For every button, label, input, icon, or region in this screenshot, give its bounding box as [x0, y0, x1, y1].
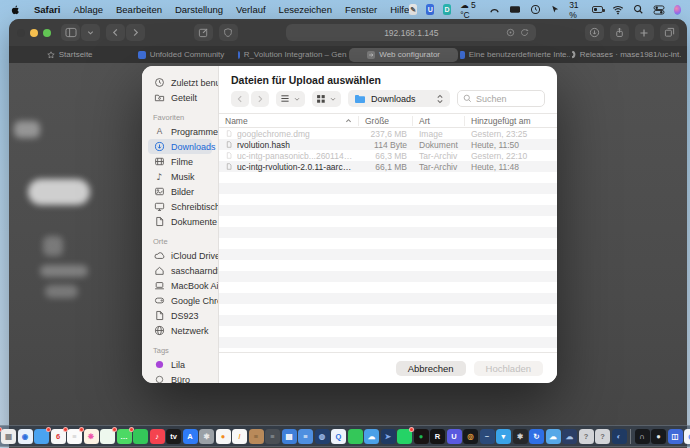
tab-unfolded-community[interactable]: Unfolded Community: [126, 48, 235, 62]
downloads-toolbar-icon[interactable]: [585, 24, 604, 41]
weather-status[interactable]: ☁ 5 °C: [460, 0, 480, 20]
dock-icon-missing-app-2[interactable]: ?: [595, 429, 610, 444]
dock-icon-ball-dark-app[interactable]: ●: [651, 429, 666, 444]
tab-releases-mase1981-uc-int[interactable]: Releases · mase1981/uc-int...: [572, 48, 681, 62]
dock-icon-safari[interactable]: ◉: [18, 429, 33, 444]
dock-icon-app-orange-dot[interactable]: ●: [216, 429, 231, 444]
reload-icon[interactable]: [520, 28, 529, 37]
dock-icon-cloud-blue-app[interactable]: ☁: [546, 429, 561, 444]
dock-icon-maps[interactable]: [100, 429, 115, 444]
sidebar-toggle-button[interactable]: [61, 24, 80, 41]
dock-icon-globe-navy-app[interactable]: ◐: [612, 429, 627, 444]
sidebar-item-lila[interactable]: Lila: [148, 357, 212, 372]
dock-icon-gear-dark-app[interactable]: ✱: [513, 429, 528, 444]
menu-item-darstellung[interactable]: Darstellung: [175, 4, 223, 15]
new-tab-button[interactable]: [635, 24, 654, 41]
dialog-forward-button[interactable]: [251, 91, 269, 107]
sidebar-item-programme[interactable]: AProgramme: [148, 124, 212, 139]
address-bar[interactable]: 192.168.1.145: [286, 24, 536, 41]
dock-icon-drawer-app[interactable]: ≡: [265, 429, 280, 444]
menu-item-hilfe[interactable]: Hilfe: [390, 4, 409, 15]
wifi-icon[interactable]: [612, 5, 624, 15]
dock-icon-r-app[interactable]: R: [430, 429, 445, 444]
sidebar-item-dokumente[interactable]: Dokumente: [148, 214, 212, 229]
tab-r-volution-integration-gen[interactable]: R_Volution Integration – Gen...: [238, 48, 347, 62]
sidebar-item-filme[interactable]: Filme: [148, 154, 212, 169]
icon-view-button[interactable]: [312, 91, 341, 107]
sidebar-item-geteilt[interactable]: Geteilt: [148, 90, 212, 105]
close-window-button[interactable]: [17, 29, 25, 37]
dock-icon-reminders[interactable]: ≡: [67, 429, 82, 444]
dock-icon-shortcuts-navy[interactable]: ➤: [381, 429, 396, 444]
dock-icon-drop-app[interactable]: ▾: [496, 429, 511, 444]
search-input[interactable]: Suchen: [457, 90, 545, 107]
dock-icon-arc-browser[interactable]: ∩: [635, 429, 650, 444]
dock-icon-app-store[interactable]: A: [183, 429, 198, 444]
d-app-badge-icon[interactable]: D: [443, 4, 451, 15]
dock-icon-music[interactable]: ♪: [150, 429, 165, 444]
control-center-icon[interactable]: [653, 5, 665, 15]
dock-icon-weather[interactable]: ☁: [364, 429, 379, 444]
tab-overview-button[interactable]: [660, 24, 679, 41]
dock-icon-sync-app[interactable]: ↻: [529, 429, 544, 444]
file-row[interactable]: uc-intg-rvolution-2.0.11-aarch64.tar66,1…: [219, 161, 557, 172]
sidebar-item-netzwerk[interactable]: Netzwerk: [148, 323, 212, 338]
file-row[interactable]: googlechrome.dmg237,6 MBImageGestern, 23…: [219, 128, 557, 139]
site-settings-icon[interactable]: [506, 28, 515, 37]
spotlight-search-icon[interactable]: [633, 4, 644, 15]
sidebar-item-zuletzt-benutzt[interactable]: Zuletzt benutzt: [148, 75, 212, 90]
dialog-back-button[interactable]: [231, 91, 249, 107]
dock-icon-teams-people[interactable]: ◫: [668, 429, 683, 444]
dock-icon-wave-app[interactable]: ~: [480, 429, 495, 444]
arc-status-icon[interactable]: [489, 4, 500, 15]
column-kind[interactable]: Art: [413, 116, 465, 126]
dock-icon-cabinet-app[interactable]: ≡: [249, 429, 264, 444]
menu-item-ablage[interactable]: Ablage: [73, 4, 103, 15]
sidebar-item-saschaarndt[interactable]: saschaarndt: [148, 263, 212, 278]
list-view-button[interactable]: [276, 91, 305, 107]
file-row[interactable]: rvolution.hash114 ByteDokumentHeute, 11:…: [219, 139, 557, 150]
clock-status-icon[interactable]: [530, 4, 541, 15]
dock-icon-phone-green[interactable]: [348, 429, 363, 444]
apple-menu-icon[interactable]: [10, 4, 21, 16]
forward-button[interactable]: [126, 24, 145, 41]
dock-icon-missing-app-1[interactable]: ?: [579, 429, 594, 444]
sidebar-item-bilder[interactable]: Bilder: [148, 184, 212, 199]
menu-item-lesezeichen[interactable]: Lesezeichen: [279, 4, 332, 15]
u-app-badge-icon[interactable]: U: [426, 4, 434, 15]
file-row[interactable]: uc-intg-panasonicb...260114_142001.tar66…: [219, 150, 557, 161]
sidebar-item-downloads[interactable]: Downloads: [148, 139, 212, 154]
sidebar-item-büro[interactable]: Büro: [148, 372, 212, 383]
privacy-shield-icon[interactable]: [219, 24, 238, 41]
sidebar-item-schreibtisch[interactable]: Schreibtisch: [148, 199, 212, 214]
menu-item-verlauf[interactable]: Verlauf: [236, 4, 266, 15]
cancel-button[interactable]: Abbrechen: [396, 361, 466, 376]
dock-icon-folder-blue[interactable]: [34, 429, 49, 444]
sidebar-chevron-button[interactable]: [81, 24, 100, 41]
column-size[interactable]: Größe: [359, 116, 413, 126]
dock-icon-messages[interactable]: …: [117, 429, 132, 444]
mouse-status-icon[interactable]: [550, 4, 560, 15]
dock-icon-blue-card-app[interactable]: ▤: [282, 429, 297, 444]
share-icon[interactable]: [610, 24, 629, 41]
dock-icon-pages-like[interactable]: /: [232, 429, 247, 444]
upload-button[interactable]: Hochladen: [474, 361, 543, 376]
back-button[interactable]: [106, 24, 125, 41]
menu-item-safari[interactable]: Safari: [34, 4, 60, 15]
tab-web-configurator[interactable]: Web configurator: [349, 48, 458, 62]
dock-icon-blue-lines-app[interactable]: ≡: [298, 429, 313, 444]
tab-eine-benutzerdefinierte-inte[interactable]: Eine benutzerdefinierte Inte...: [460, 48, 569, 62]
location-dropdown[interactable]: Downloads: [348, 90, 450, 107]
dock-icon-launchpad[interactable]: ▦: [1, 429, 16, 444]
dock-icon-ring-app[interactable]: ◎: [463, 429, 478, 444]
column-name[interactable]: Name: [219, 116, 359, 126]
dock-icon-whatsapp[interactable]: [397, 429, 412, 444]
display-status-icon[interactable]: [509, 5, 521, 15]
tab-startseite[interactable]: Startseite: [15, 48, 124, 62]
dock-icon-facetime[interactable]: [133, 429, 148, 444]
dock-icon-photos[interactable]: ❋: [84, 429, 99, 444]
sidebar-item-macbook-air[interactable]: MacBook Air: [148, 278, 212, 293]
sidebar-item-google-chro-[interactable]: Google Chro...: [148, 293, 212, 308]
dock-icon-cloud-navy-app[interactable]: ☁: [562, 429, 577, 444]
dock-icon-chrome[interactable]: ◉: [684, 429, 690, 444]
